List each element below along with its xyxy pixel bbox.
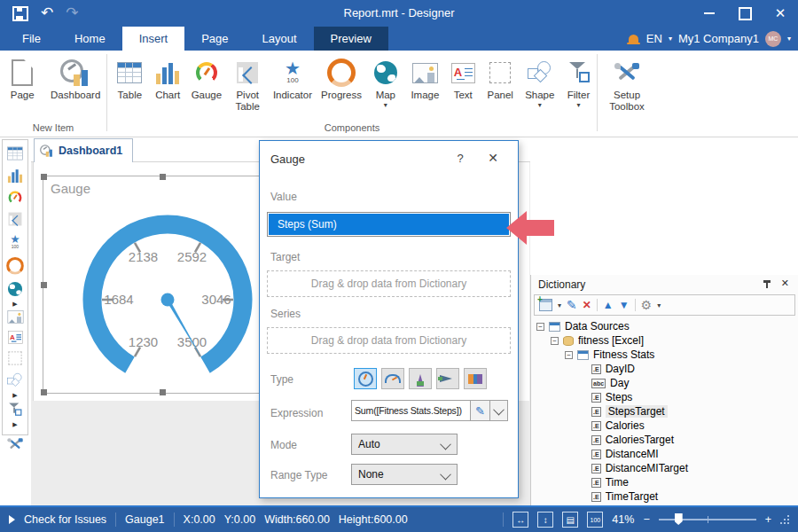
type-bullet-button[interactable] — [464, 368, 487, 389]
type-half-circular-button[interactable] — [381, 368, 404, 389]
resize-handle-sw[interactable] — [41, 389, 47, 395]
collapse-icon[interactable]: − — [536, 323, 544, 331]
toolbox-panel-button[interactable] — [9, 352, 22, 365]
toolbox-indicator-button[interactable]: ★100 — [7, 234, 24, 249]
target-drop-zone[interactable]: Drag & drop data from Dictionary — [267, 270, 511, 297]
type-horizontal-linear-button[interactable] — [436, 368, 459, 389]
account-dropdown-icon[interactable]: ▾ — [787, 35, 791, 43]
avatar[interactable]: MC — [765, 31, 781, 47]
toolbox-table-button[interactable] — [7, 147, 22, 160]
check-for-issues-button[interactable]: Check for Issues — [24, 513, 106, 526]
toolbox-text-button[interactable] — [8, 331, 23, 343]
toolbox-pivot-button[interactable] — [9, 213, 22, 226]
tab-page[interactable]: Page — [184, 27, 245, 51]
insert-pivot-table-button[interactable]: Pivot Table — [227, 54, 268, 114]
tab-layout[interactable]: Layout — [246, 27, 314, 51]
expression-dropdown-button[interactable] — [489, 400, 508, 421]
move-down-icon[interactable]: ▼ — [619, 300, 630, 310]
new-page-button[interactable]: Page — [0, 54, 44, 103]
page-tab-dashboard1[interactable]: Dashboard1 — [34, 138, 133, 162]
dialog-help-button[interactable]: ? — [453, 152, 467, 165]
toolbox-setup-button[interactable] — [7, 437, 22, 451]
tab-insert[interactable]: Insert — [122, 27, 185, 51]
dialog-close-button[interactable]: ✕ — [485, 151, 501, 165]
tree-item-stepstarget[interactable]: .E StepsTarget — [531, 404, 798, 419]
insert-map-button[interactable]: Map ▾ — [366, 54, 404, 111]
collapse-icon[interactable]: − — [565, 351, 573, 359]
zoom-100-button[interactable]: 100 — [587, 512, 603, 528]
shape-dropdown-icon[interactable]: ▾ — [538, 101, 542, 109]
minimize-button[interactable] — [692, 0, 727, 27]
tree-item-steps[interactable]: .E Steps — [531, 390, 798, 404]
close-button[interactable]: ✕ — [763, 0, 798, 27]
toolbox-shape-button[interactable] — [7, 373, 22, 387]
setup-toolbox-button[interactable]: Setup Toolbox — [598, 54, 656, 114]
series-drop-zone[interactable]: Drag & drop data from Dictionary — [267, 327, 511, 354]
delete-icon[interactable]: ✕ — [583, 300, 591, 310]
fit-page-height-button[interactable]: ↕ — [537, 512, 553, 528]
toolbox-map-expand-icon[interactable]: ▶ — [12, 301, 17, 307]
type-linear-button[interactable] — [409, 368, 432, 389]
insert-text-button[interactable]: Text — [446, 54, 481, 103]
account-name[interactable]: My1 Company1 — [678, 32, 759, 45]
fit-whole-page-button[interactable]: ▤ — [562, 512, 578, 528]
toolbox-shape-expand-icon[interactable]: ▶ — [12, 392, 17, 398]
gauge-component-selection[interactable]: Gauge 1230 1684 2138 — [43, 176, 282, 394]
type-full-circular-button[interactable] — [354, 368, 377, 389]
resize-handle-w[interactable] — [41, 282, 47, 288]
zoom-out-button[interactable]: − — [643, 513, 649, 526]
toolbox-gauge-button[interactable] — [9, 192, 22, 205]
insert-chart-button[interactable]: Chart — [150, 54, 186, 103]
filter-dropdown-icon[interactable]: ▾ — [576, 101, 580, 109]
resize-handle-s[interactable] — [160, 389, 166, 395]
tree-item-caloriestarget[interactable]: .E CaloriesTarget — [531, 433, 798, 447]
notification-bell-icon[interactable] — [629, 35, 638, 43]
map-dropdown-icon[interactable]: ▾ — [384, 101, 387, 109]
gear-icon[interactable]: ⚙ — [641, 300, 653, 310]
tree-item-fitness-stats[interactable]: − Fitness Stats — [531, 348, 798, 362]
tree-item-day[interactable]: abc Day — [531, 376, 798, 390]
tree-item-distancemi[interactable]: .E DistanceMI — [531, 447, 798, 461]
expression-edit-button[interactable]: ✎ — [470, 400, 490, 421]
new-item-dropdown-icon[interactable]: ▾ — [558, 301, 561, 309]
resize-handle-nw[interactable] — [41, 174, 47, 180]
fit-page-width-button[interactable]: ↔ — [512, 512, 528, 528]
tab-file[interactable]: File — [5, 27, 58, 51]
insert-image-button[interactable]: Image — [405, 54, 444, 103]
resize-grip[interactable] — [780, 515, 789, 524]
tab-home[interactable]: Home — [58, 27, 122, 51]
edit-icon[interactable]: ✎ — [567, 300, 577, 310]
tree-item-data-sources[interactable]: − Data Sources — [531, 319, 798, 333]
insert-shape-button[interactable]: Shape ▾ — [520, 54, 559, 111]
gear-dropdown-icon[interactable]: ▾ — [657, 301, 661, 309]
range-type-select[interactable]: None — [351, 464, 458, 485]
value-selected-item[interactable]: Steps (Sum) — [267, 212, 511, 237]
toolbox-map-button[interactable] — [8, 282, 22, 296]
zoom-slider-thumb[interactable] — [675, 513, 683, 525]
toolbox-chart-button[interactable] — [8, 168, 22, 183]
new-item-icon[interactable] — [539, 299, 552, 311]
play-icon[interactable] — [9, 515, 15, 524]
zoom-in-button[interactable]: + — [765, 513, 771, 526]
tree-item-distancemitarget[interactable]: .E DistanceMITarget — [531, 461, 798, 475]
pin-icon[interactable] — [766, 280, 768, 288]
language-dropdown-icon[interactable]: ▾ — [669, 35, 672, 43]
language-selector[interactable]: EN — [646, 32, 662, 45]
insert-gauge-button[interactable]: Gauge — [187, 54, 226, 103]
toolbox-progress-button[interactable] — [6, 258, 24, 273]
toolbox-filter-expand-icon[interactable]: ▶ — [12, 421, 17, 427]
new-dashboard-button[interactable]: Dashboard — [44, 54, 106, 103]
insert-panel-button[interactable]: Panel — [481, 54, 520, 103]
collapse-icon[interactable]: − — [551, 337, 559, 345]
tree-item-time[interactable]: .E Time — [531, 475, 798, 489]
zoom-slider[interactable] — [659, 519, 756, 520]
tree-item-calories[interactable]: .E Calories — [531, 419, 798, 433]
insert-filter-button[interactable]: Filter ▾ — [560, 54, 597, 111]
tree-item-fitness[interactable]: − fitness [Excel] — [531, 333, 798, 348]
insert-table-button[interactable]: Table — [111, 54, 149, 103]
tab-preview[interactable]: Preview — [314, 27, 388, 51]
resize-handle-n[interactable] — [160, 174, 166, 180]
maximize-button[interactable] — [727, 0, 763, 27]
insert-indicator-button[interactable]: ★100 Indicator — [269, 54, 316, 103]
toolbox-image-button[interactable] — [7, 310, 23, 323]
